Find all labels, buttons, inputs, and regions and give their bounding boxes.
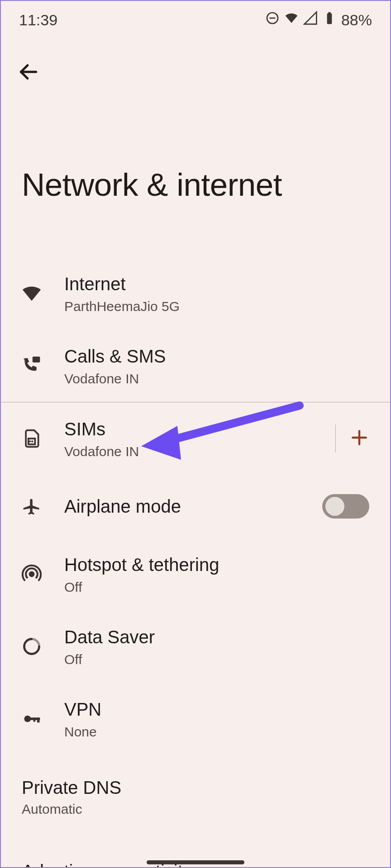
svg-rect-5 xyxy=(33,357,40,363)
svg-point-12 xyxy=(24,716,31,722)
hotspot-icon xyxy=(22,564,64,584)
item-title: Data Saver xyxy=(64,626,369,648)
phone-sms-icon xyxy=(22,356,64,376)
item-subtitle: ParthHeemaJio 5G xyxy=(64,299,369,314)
item-title: Hotspot & tethering xyxy=(64,553,369,576)
item-sims[interactable]: SIMs Vodafone IN xyxy=(1,402,390,475)
item-subtitle: Off xyxy=(64,652,369,667)
status-icons: 88% xyxy=(265,11,372,29)
page-title: Network & internet xyxy=(1,85,390,257)
item-calls-sms[interactable]: Calls & SMS Vodafone IN xyxy=(1,330,390,402)
item-title: SIMs xyxy=(64,418,335,440)
svg-rect-14 xyxy=(37,717,40,722)
cell-signal-icon xyxy=(303,11,318,29)
item-subtitle: Off xyxy=(64,580,369,595)
item-subtitle: Vodafone IN xyxy=(64,444,335,459)
item-title: Airplane mode xyxy=(64,495,322,518)
do-not-disturb-icon xyxy=(265,11,280,29)
separator xyxy=(335,425,336,453)
item-title: Private DNS xyxy=(22,778,369,798)
status-time: 11:39 xyxy=(19,11,57,29)
status-bar: 11:39 88% xyxy=(1,1,390,33)
gesture-handle[interactable] xyxy=(147,860,244,864)
item-title: VPN xyxy=(64,698,369,721)
vpn-key-icon xyxy=(22,709,64,729)
item-internet[interactable]: Internet ParthHeemaJio 5G xyxy=(1,257,390,330)
item-subtitle: None xyxy=(64,724,369,740)
wifi-icon xyxy=(22,283,64,303)
item-title: Calls & SMS xyxy=(64,345,369,368)
item-title: Internet xyxy=(64,273,369,295)
item-adaptive-connectivity[interactable]: Adaptive connectivity xyxy=(1,849,390,868)
svg-rect-2 xyxy=(327,13,332,24)
svg-point-11 xyxy=(30,572,34,576)
item-vpn[interactable]: VPN None xyxy=(1,683,390,755)
item-airplane-mode[interactable]: Airplane mode xyxy=(1,475,390,538)
svg-rect-15 xyxy=(33,717,36,722)
item-data-saver[interactable]: Data Saver Off xyxy=(1,610,390,683)
item-subtitle: Vodafone IN xyxy=(64,371,369,387)
svg-rect-3 xyxy=(328,12,330,14)
item-hotspot[interactable]: Hotspot & tethering Off xyxy=(1,538,390,610)
item-private-dns[interactable]: Private DNS Automatic xyxy=(1,765,390,830)
data-saver-icon xyxy=(22,637,64,656)
battery-icon xyxy=(322,11,337,29)
back-button[interactable] xyxy=(17,77,40,85)
airplane-icon xyxy=(22,496,64,516)
add-sim-button[interactable] xyxy=(349,428,369,449)
sim-icon xyxy=(22,429,64,448)
wifi-icon xyxy=(284,11,299,29)
item-subtitle: Automatic xyxy=(22,802,369,817)
battery-percent: 88% xyxy=(341,11,372,29)
airplane-mode-switch[interactable] xyxy=(322,494,369,519)
